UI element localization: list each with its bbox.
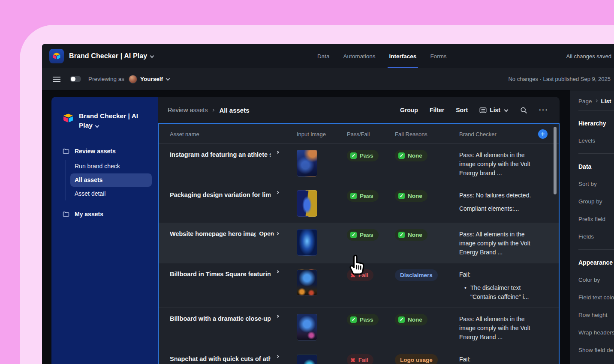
- previewing-user-name[interactable]: Yourself: [140, 76, 163, 82]
- inspector-setting-color-by[interactable]: Color by: [578, 271, 614, 289]
- asset-thumbnail[interactable]: [297, 269, 317, 296]
- page-sidebar: Brand Checker | AI Play Review assetsRun…: [51, 97, 158, 364]
- inspector-setting-field-text-color[interactable]: Field text color: [578, 289, 614, 306]
- tab-automations[interactable]: Automations: [343, 44, 376, 68]
- check-icon: ✓: [350, 193, 357, 199]
- open-record-button[interactable]: [274, 354, 279, 358]
- check-icon: ✓: [350, 316, 357, 323]
- asset-thumbnail[interactable]: [297, 314, 317, 340]
- fail-reason-badge: Logo usage: [395, 354, 438, 364]
- status-badge: ✖Fail: [347, 269, 373, 281]
- brand-checker-text: Pass: No failures detected.Compliant ele…: [447, 190, 559, 213]
- open-record-button[interactable]: [274, 150, 279, 154]
- sidebar-item-all-assets[interactable]: All assets: [70, 173, 152, 187]
- status-badge: ✖Fail: [347, 354, 373, 364]
- check-icon: ✓: [398, 193, 405, 199]
- inspector-setting-row-height[interactable]: Row height: [578, 306, 614, 324]
- filter-button[interactable]: Filter: [430, 107, 444, 113]
- table-row[interactable]: Billboard with a dramatic close-up of a …: [159, 308, 559, 348]
- brand-checker-text: Fail:Logo placement: The: [447, 354, 559, 364]
- asset-thumbnail[interactable]: [297, 150, 317, 176]
- asset-name: Billboard in Times Square featuring a mo…: [170, 269, 271, 279]
- breadcrumb-parent[interactable]: Review assets: [168, 107, 208, 113]
- fail-reason-badge: ✓None: [395, 314, 427, 325]
- app-header: Brand Checker | AI Play DataAutomationsI…: [42, 44, 614, 68]
- divider: [578, 153, 614, 154]
- sidebar-group-review-assets[interactable]: Review assets: [63, 143, 152, 159]
- tab-forms[interactable]: Forms: [430, 44, 446, 68]
- check-icon: ✓: [398, 232, 405, 238]
- vertical-scrollbar[interactable]: [554, 127, 557, 194]
- sidebar-item-asset-detail[interactable]: Asset detail: [70, 187, 152, 200]
- inspector-setting-wrap-headers[interactable]: Wrap headers: [578, 324, 614, 341]
- inspector-setting-sort-by[interactable]: Sort by: [578, 175, 614, 193]
- list-toolbar: Group Filter Sort List: [400, 106, 548, 114]
- view-label: List: [490, 107, 500, 113]
- x-icon: ✖: [350, 272, 355, 278]
- sidebar-group-my-assets[interactable]: My assets: [63, 206, 152, 222]
- chevron-down-icon: [504, 107, 509, 112]
- sidebar-item-run-brand-check[interactable]: Run brand check: [70, 160, 152, 173]
- chevron-right-icon: [594, 99, 597, 102]
- group-button[interactable]: Group: [400, 107, 418, 113]
- search-icon[interactable]: [520, 107, 527, 114]
- open-record-button[interactable]: Open: [259, 229, 279, 237]
- inspector-setting-fields[interactable]: Fields: [578, 228, 614, 245]
- column-header-asset-name[interactable]: Asset name: [159, 131, 285, 137]
- table-row[interactable]: Snapchat ad with quick cuts of athletes …: [159, 348, 559, 364]
- add-field-button[interactable]: +: [538, 129, 548, 139]
- open-record-button[interactable]: [274, 190, 279, 194]
- column-header-fail-reasons[interactable]: Fail Reasons: [383, 131, 447, 137]
- inspector-section-hierarchy: Hierarchy: [578, 114, 614, 132]
- inspector-setting-levels[interactable]: Levels: [578, 132, 614, 149]
- asset-name: Instagram ad featuring an athlete sprint…: [170, 150, 271, 159]
- asset-name: Website homepage hero imag...: [170, 229, 256, 239]
- save-status: All changes saved: [566, 53, 611, 60]
- open-record-button[interactable]: [274, 314, 279, 318]
- asset-thumbnail[interactable]: [297, 354, 317, 364]
- airtable-logo-icon: [63, 113, 74, 124]
- column-header-input-image[interactable]: Input image: [285, 131, 335, 137]
- app-title: Brand Checker | AI Play: [69, 52, 147, 60]
- table-row[interactable]: Instagram ad featuring an athlete sprint…: [159, 144, 559, 184]
- asset-thumbnail[interactable]: [297, 190, 317, 217]
- tab-data[interactable]: Data: [317, 44, 330, 68]
- inspector-setting-group-by[interactable]: Group by: [578, 193, 614, 210]
- asset-thumbnail[interactable]: [297, 229, 317, 256]
- brand-checker-text: Fail:The disclaimer text "Contains caffe…: [447, 269, 559, 301]
- sidebar-group: My assets: [63, 206, 152, 222]
- inspector-setting-prefix-field[interactable]: Prefix field: [578, 210, 614, 228]
- inspector-section-appearance: Appearance: [578, 254, 614, 271]
- user-avatar[interactable]: [129, 75, 137, 84]
- inspector-sections: HierarchyLevelsDataSort byGroup byPrefix…: [578, 114, 614, 359]
- more-options-icon[interactable]: ···: [539, 106, 548, 114]
- inspector-breadcrumb-parent[interactable]: Page: [578, 98, 592, 104]
- asset-name: Packaging design variation for limited-e…: [170, 190, 271, 200]
- brand-checker-text: Pass: All elements in the image comply w…: [447, 150, 559, 178]
- app-logo-tile[interactable]: [49, 49, 64, 63]
- table-row[interactable]: Website homepage hero imag... Open ✓Pass…: [159, 223, 559, 263]
- table-row[interactable]: Billboard in Times Square featuring a mo…: [159, 263, 559, 308]
- view-switcher[interactable]: List: [479, 107, 509, 114]
- app-tabs: DataAutomationsInterfacesForms: [317, 44, 447, 68]
- sidebar-group: Review assetsRun brand checkAll assetsAs…: [63, 143, 152, 200]
- preview-toggle[interactable]: [70, 76, 81, 82]
- table-row[interactable]: Packaging design variation for limited-e…: [159, 184, 559, 223]
- check-icon: ✓: [398, 152, 405, 159]
- list-element[interactable]: Asset name Input image Pass/Fail Fail Re…: [158, 123, 560, 364]
- sidebar-nav: Review assetsRun brand checkAll assetsAs…: [63, 143, 152, 222]
- fail-reason-badge: ✓None: [395, 150, 427, 161]
- sidebar-app-title[interactable]: Brand Checker | AI Play: [79, 111, 144, 131]
- chevron-down-icon[interactable]: [166, 77, 170, 81]
- menu-icon[interactable]: [53, 77, 60, 82]
- sort-button[interactable]: Sort: [456, 107, 468, 113]
- chevron-down-icon[interactable]: [150, 54, 154, 58]
- editor-canvas: Brand Checker | AI Play Review assetsRun…: [42, 90, 614, 364]
- column-header-pass-fail[interactable]: Pass/Fail: [335, 131, 383, 137]
- inspector-setting-show-field-de[interactable]: Show field de: [578, 341, 614, 359]
- open-record-button[interactable]: [274, 269, 279, 273]
- brand-checker-text: Pass: All elements in the image comply w…: [447, 314, 559, 342]
- status-badge: ✓Pass: [347, 314, 379, 325]
- tab-interfaces[interactable]: Interfaces: [389, 44, 417, 68]
- fail-reason-badge: ✓None: [395, 229, 427, 241]
